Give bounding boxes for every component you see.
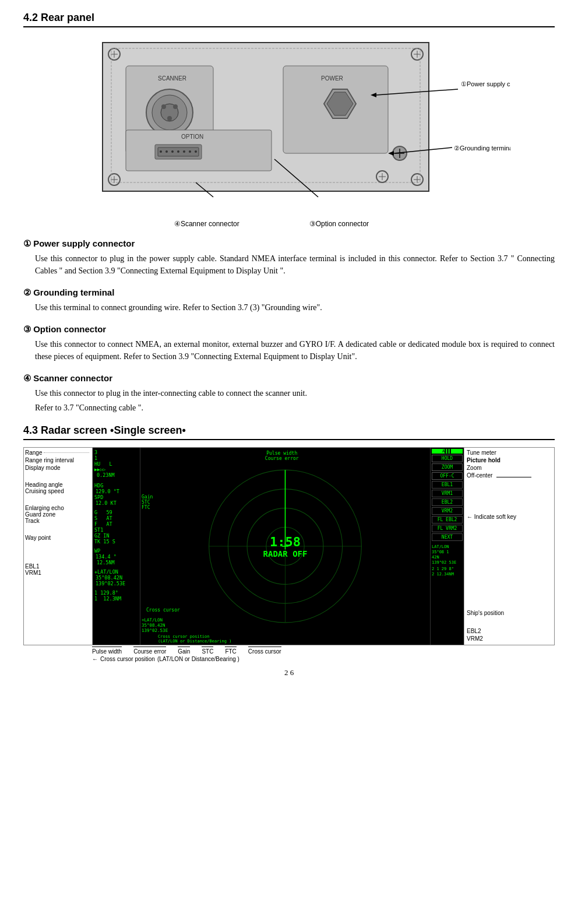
screen-crosscursor-pos-label: Cross cursor position (LAT/LON or Distan…: [158, 634, 231, 644]
tune-meter-bar: A▌▌▌: [432, 449, 463, 454]
screen-right-bottom-data: LAT/LON 35°08 1 42N 139°02 53E: [432, 544, 463, 565]
grounding-terminal-heading: ② Grounding terminal: [23, 287, 555, 298]
screen-left-data: 3 1 HU L ▶▶▷▷ 0.23NM HDG 129.0 °T SPD 12…: [93, 448, 140, 645]
svg-point-33: [177, 150, 179, 153]
scanner-connector-label: ④Scanner connector: [174, 220, 239, 228]
svg-text:POWER: POWER: [321, 75, 343, 82]
svg-point-32: [171, 150, 174, 153]
page-number: 2 6: [23, 668, 555, 677]
picture-hold-annot: Picture hold: [467, 457, 552, 463]
svg-point-35: [189, 150, 191, 153]
off-center-annot: Off-center: [467, 472, 552, 479]
radar-screen: 1:58 RADAR OFF Gain STC FTC Pulse width …: [140, 448, 430, 645]
ships-position-annot: Ship's position: [467, 610, 552, 616]
grounding-terminal-text: Use this terminal to connect grounding w…: [35, 301, 555, 314]
power-supply-desc: ① Power supply connector Use this connec…: [23, 238, 555, 277]
softkey-next[interactable]: NEXT: [432, 533, 463, 541]
section-42-title: 4.2 Rear panel: [23, 12, 555, 27]
zoom-annot: Zoom: [467, 465, 552, 471]
screen-cross-cursor-label: Cross cursor: [146, 607, 180, 613]
option-connector-desc: ③ Option connector Use this connector to…: [23, 324, 555, 363]
right-annotations: Tune meter Picture hold Zoom Off-center …: [464, 448, 554, 645]
softkey-vrm2[interactable]: VRM2: [432, 507, 463, 515]
svg-text:OPTION: OPTION: [181, 133, 203, 140]
scanner-connector-text: Use this connector to plug in the inter-…: [35, 387, 555, 399]
radar-center-area: 3 1 HU L ▶▶▷▷ 0.23NM HDG 129.0 °T SPD 12…: [93, 448, 464, 645]
ebl1-label-left: EBL1 VRM1: [25, 563, 91, 576]
left-annotations: Range Range ring interval Display mode H…: [24, 448, 93, 645]
screen-bottom-left-data: +LAT/LON 35°08.42N 139°02.53E: [142, 617, 168, 633]
display-mode-label: Display mode: [25, 465, 91, 471]
svg-point-20: [173, 104, 178, 109]
rear-panel-diagram: SCANNER POWER OPTION: [68, 37, 510, 228]
enlarging-echo-label: Enlarging echo Guard zone Track: [25, 505, 91, 524]
range-label: Range: [25, 449, 91, 456]
svg-text:②Grounding terminal: ②Grounding terminal: [454, 145, 510, 152]
gain-below: Gain: [178, 647, 190, 655]
radar-screen-diagram: Range Range ring interval Display mode H…: [23, 447, 555, 662]
way-point-label: Way point: [25, 535, 91, 541]
svg-point-31: [165, 150, 168, 153]
stc-below: STC: [202, 647, 213, 655]
screen-gain-labels: Gain STC FTC: [142, 494, 153, 510]
pulse-width-below: Pulse width: [92, 647, 122, 655]
svg-text:①Power supply connector: ①Power supply connector: [461, 80, 510, 87]
power-supply-text: Use this connector to plug in the power …: [35, 252, 555, 277]
option-connector-text: Use this connector to connect NMEA, an e…: [35, 338, 555, 363]
screen-pulse-course-labels: Pulse width Course error: [265, 451, 299, 461]
below-diagram-labels: Pulse width Course error Gain STC FTC Cr…: [23, 647, 555, 655]
softkey-vrm1[interactable]: VRM1: [432, 490, 463, 497]
screen-ebl2-vrm2-data: 2 1 29 8° 2 12.34NM: [432, 567, 463, 577]
tune-meter-annot: Tune meter: [467, 449, 552, 456]
softkey-column: A▌▌▌ HOLD ZOOM OFF-C EBL1 VRM1 EBL2 VRM2…: [430, 448, 464, 645]
softkey-hold[interactable]: HOLD: [432, 455, 463, 462]
connector-bottom-labels: ④Scanner connector ③Option connector: [50, 220, 493, 228]
scanner-connector-desc: ④ Scanner connector Use this connector t…: [23, 373, 555, 414]
scanner-connector-refer: Refer to 3.7 "Connecting cable ".: [35, 402, 555, 414]
svg-text:SCANNER: SCANNER: [158, 75, 186, 82]
softkey-zoom[interactable]: ZOOM: [432, 463, 463, 471]
cross-cursor-pos-annotation: ← Cross cursor position (LAT/LON or Dist…: [92, 656, 555, 662]
softkey-ebl1[interactable]: EBL1: [432, 481, 463, 489]
grounding-terminal-desc: ② Grounding terminal Use this terminal t…: [23, 287, 555, 314]
softkey-flebl2[interactable]: FL EBL2: [432, 516, 463, 524]
option-connector-heading: ③ Option connector: [23, 324, 555, 335]
softkey-flvrm2[interactable]: FL VRM2: [432, 525, 463, 532]
radar-center-text: 1:58 RADAR OFF: [263, 535, 308, 558]
ebl2-annot: EBL2: [467, 628, 552, 634]
heading-angle-label: Heading angle Cruising speed: [25, 482, 91, 494]
power-supply-heading: ① Power supply connector: [23, 238, 555, 249]
section-43-title: 4.3 Radar screen •Single screen•: [23, 424, 555, 440]
course-error-below: Course error: [133, 647, 166, 655]
scanner-connector-heading: ④ Scanner connector: [23, 373, 555, 384]
softkey-ebl2[interactable]: EBL2: [432, 498, 463, 506]
rear-panel-svg: SCANNER POWER OPTION: [68, 37, 510, 217]
vrm2-annot: VRM2: [467, 635, 552, 642]
svg-point-21: [167, 116, 172, 121]
svg-point-30: [160, 150, 162, 153]
range-ring-label: Range ring interval: [25, 457, 91, 463]
ftc-below: FTC: [225, 647, 236, 655]
cross-cursor-below: Cross cursor: [248, 647, 281, 655]
softkey-offc[interactable]: OFF-C: [432, 472, 463, 480]
svg-point-19: [161, 104, 166, 109]
indicate-soft-key-annot: ← Indicate soft key: [467, 514, 552, 520]
option-connector-label: ③Option connector: [309, 220, 369, 228]
svg-point-36: [195, 150, 197, 153]
svg-point-34: [183, 150, 185, 153]
